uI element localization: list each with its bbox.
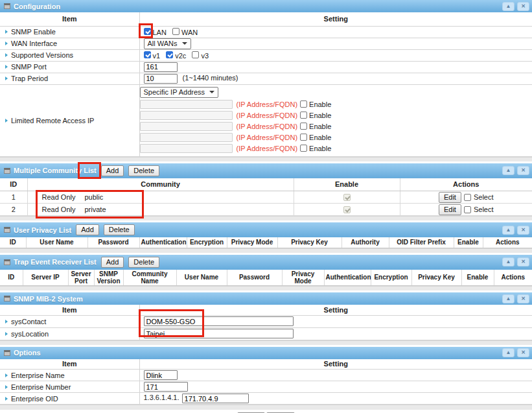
bullet-arrow-icon <box>5 77 8 80</box>
delete-button[interactable]: Delete <box>128 165 159 176</box>
col-header: Encryption <box>371 270 411 286</box>
section-footer <box>0 405 532 410</box>
row-label: Trap Period <box>11 75 48 82</box>
remote-access-mode-select[interactable]: Specific IP Address <box>140 87 219 98</box>
row-label: SNMP Port <box>11 63 47 71</box>
col-header: Privacy Key <box>411 270 461 286</box>
syscontact-input[interactable] <box>144 316 294 326</box>
ip-entry-5: (IP Address/FQDN) Enable <box>140 144 532 153</box>
v2c-checkbox[interactable] <box>166 51 173 58</box>
row-snmp-enable: SNMP Enable LAN WAN <box>0 26 532 38</box>
section-title: User Privacy List <box>14 226 71 234</box>
ip-enable-checkbox-2[interactable] <box>300 112 307 119</box>
row-syscontact: sysContact <box>0 315 532 327</box>
window-icon <box>4 227 10 233</box>
collapse-icon[interactable]: ▲ <box>502 257 515 266</box>
wan-checkbox[interactable] <box>172 28 179 35</box>
window-icon <box>4 296 10 301</box>
bullet-arrow-icon <box>5 41 8 45</box>
close-icon[interactable]: ✕ <box>517 2 529 11</box>
trap-receiver-table: ID Server IP Server Port SNMP Version Co… <box>0 270 532 287</box>
col-header: Server Port <box>68 270 94 286</box>
v1-label: v1 <box>153 52 161 60</box>
close-icon[interactable]: ✕ <box>517 257 529 266</box>
delete-button[interactable]: Delete <box>104 224 135 235</box>
ip-enable-checkbox-3[interactable] <box>300 123 307 130</box>
col-header: ID <box>0 270 23 286</box>
ip-hint: (IP Address/FQDN) <box>237 123 298 130</box>
row-label: Enterprise Number <box>11 383 71 391</box>
close-icon[interactable]: ✕ <box>517 348 529 357</box>
ip-input-4 <box>140 133 233 142</box>
col-header: ID <box>0 178 27 191</box>
add-button[interactable]: Add <box>101 257 124 268</box>
column-header-item: Item <box>0 305 139 315</box>
ip-enable-checkbox-1[interactable] <box>300 100 307 108</box>
community-value: public <box>85 193 104 201</box>
section-footer <box>0 340 532 345</box>
col-header: Server IP <box>23 270 68 286</box>
v3-checkbox[interactable] <box>192 51 199 58</box>
bullet-arrow-icon <box>5 373 8 377</box>
row-label: SNMP Enable <box>11 28 56 36</box>
collapse-icon[interactable]: ▲ <box>502 294 515 303</box>
close-icon[interactable]: ✕ <box>517 226 529 235</box>
lan-label: LAN <box>153 29 167 36</box>
col-header: Actions <box>400 178 532 191</box>
select-checkbox[interactable] <box>464 206 471 213</box>
enterprise-name-input[interactable] <box>144 370 178 380</box>
enable-label: Enable <box>309 100 331 108</box>
column-header-setting: Setting <box>139 359 532 370</box>
ip-enable-checkbox-4[interactable] <box>300 134 307 141</box>
ip-hint: (IP Address/FQDN) <box>237 112 298 119</box>
close-icon[interactable]: ✕ <box>517 166 529 175</box>
collapse-icon[interactable]: ▲ <box>502 2 515 11</box>
v2c-label: v2c <box>175 52 186 60</box>
syslocation-input[interactable] <box>144 329 294 338</box>
collapse-icon[interactable]: ▲ <box>502 166 515 175</box>
select-label: Select <box>474 206 494 213</box>
section-title: Options <box>14 349 41 357</box>
v1-checkbox[interactable] <box>144 51 151 58</box>
row-trap-period: Trap Period (1~1440 minutes) <box>0 73 532 84</box>
ip-hint: (IP Address/FQDN) <box>237 145 298 152</box>
window-icon <box>4 168 10 174</box>
col-header: Authentication <box>324 270 371 286</box>
bullet-arrow-icon <box>5 320 8 324</box>
trap-period-hint: (1~1440 minutes) <box>183 74 238 82</box>
wan-interface-select[interactable]: All WANs <box>144 38 191 49</box>
row-label: sysLocation <box>11 330 49 338</box>
collapse-icon[interactable]: ▲ <box>502 348 515 357</box>
col-header: User Name <box>26 237 87 248</box>
community-table: ID Community Enable Actions 1 Read Onlyp… <box>0 178 532 217</box>
collapse-icon[interactable]: ▲ <box>502 226 515 235</box>
ip-hint: (IP Address/FQDN) <box>237 100 298 108</box>
user-privacy-table: ID User Name Password Authentication Enc… <box>0 237 532 248</box>
ip-hint: (IP Address/FQDN) <box>237 134 298 141</box>
snmp-port-input[interactable] <box>144 62 178 72</box>
column-header-setting: Setting <box>139 305 532 315</box>
enterprise-number-input[interactable] <box>144 382 188 392</box>
window-icon <box>4 350 10 356</box>
select-checkbox[interactable] <box>464 194 471 201</box>
table-row: 1 Read Onlypublic Edit Select <box>0 191 532 204</box>
trap-period-input[interactable] <box>144 74 178 84</box>
section-trap-receiver-list: Trap Event Receiver List Add Delete ▲ ✕ … <box>0 255 532 291</box>
add-button[interactable]: Add <box>76 224 99 235</box>
delete-button[interactable]: Delete <box>128 257 159 268</box>
row-enterprise-oid: Enterprise OID 1.3.6.1.4.1. <box>0 393 532 405</box>
add-button[interactable]: Add <box>101 165 124 176</box>
row-label: Supported Versions <box>11 51 73 59</box>
edit-button[interactable]: Edit <box>439 192 461 203</box>
enterprise-oid-input[interactable] <box>182 394 249 403</box>
edit-button[interactable]: Edit <box>439 204 461 215</box>
row-supported-versions: Supported Versions v1 v2c v3 <box>0 49 532 61</box>
lan-checkbox[interactable] <box>144 28 151 35</box>
enable-checkbox-readonly <box>343 206 351 213</box>
ip-enable-checkbox-5[interactable] <box>300 145 307 152</box>
close-icon[interactable]: ✕ <box>517 294 529 303</box>
bullet-arrow-icon <box>5 65 8 69</box>
community-id: 1 <box>0 191 27 204</box>
row-limited-remote-access: Limited Remote Access IP Specific IP Add… <box>0 84 532 156</box>
row-snmp-port: SNMP Port <box>0 61 532 73</box>
